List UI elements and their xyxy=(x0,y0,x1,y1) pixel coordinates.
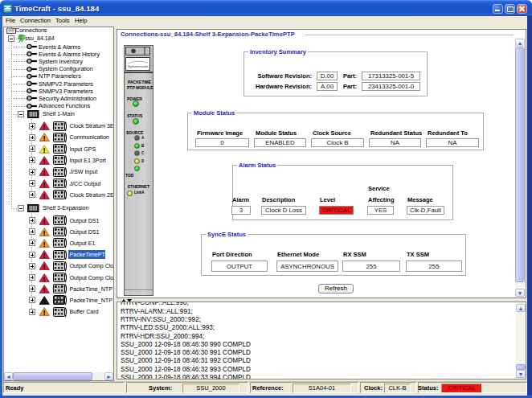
svg-text:Symmetricom: Symmetricom xyxy=(128,64,149,68)
